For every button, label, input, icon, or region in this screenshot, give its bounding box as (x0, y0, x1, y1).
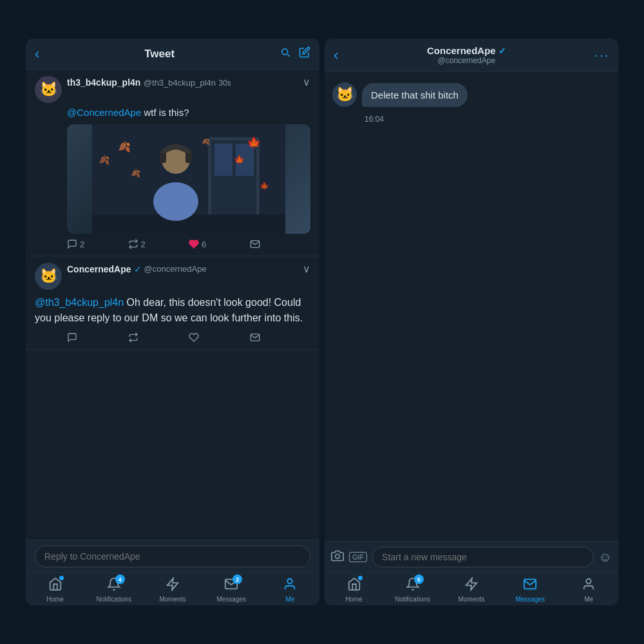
tweet1-actions: 2 2 6 (35, 239, 310, 249)
tweet1-retweet-count: 2 (141, 240, 146, 249)
compose-icon[interactable] (299, 46, 310, 61)
tweet2-actions (35, 332, 310, 343)
nav-home-right[interactable]: Home (325, 577, 383, 603)
tweet2-mention[interactable]: @th3_b4ckup_pl4n (35, 297, 124, 308)
tweet2-username: ConcernedApe (67, 264, 131, 274)
dm-panel: ‹ ConcernedApe ✓ @concernedApe ··· 🐱 Del… (325, 39, 618, 605)
tweet1-dm-action[interactable] (250, 239, 311, 249)
tweet1-handle: @th3_b4ckup_pl4n (144, 78, 216, 88)
tweet2-body: @th3_b4ckup_pl4n Oh dear, this doesn't l… (35, 295, 310, 326)
tweet2-verified-icon: ✓ (134, 264, 142, 274)
nav-messages-right[interactable]: Messages (501, 577, 560, 603)
nav-moments-label-left: Moments (159, 596, 185, 603)
tweet2-dm-action[interactable] (250, 332, 311, 343)
dm-more-options-icon[interactable]: ··· (594, 48, 609, 62)
tweet2-reply-action[interactable] (67, 332, 128, 343)
tweet1-body: @ConcernedApe wtf is this? (35, 106, 310, 119)
tweet1-time: 30s (219, 79, 231, 88)
tweet2-retweet-action[interactable] (128, 332, 189, 343)
dm-messages-area: 🐱 Delete that shit bitch 16:04 (325, 72, 618, 541)
tweet-feed: 🐱 th3_b4ckup_pl4n @th3_b4ckup_pl4n 30s ∨ (26, 70, 319, 540)
svg-point-18 (288, 579, 292, 583)
nav-notifications-label-right: Notifications (395, 596, 430, 603)
reply-input-bar (26, 540, 319, 573)
messages-icon-right (523, 577, 537, 594)
bolt-icon-left (166, 577, 180, 594)
tweet1-username: th3_b4ckup_pl4n (67, 77, 140, 88)
svg-text:🍂: 🍂 (131, 168, 140, 178)
dm-timestamp: 16:04 (332, 115, 611, 124)
svg-point-19 (336, 554, 340, 558)
svg-marker-17 (167, 578, 178, 590)
home-icon-left (48, 577, 62, 594)
tweet-header-title: Tweet (39, 48, 279, 61)
dm-sender-avatar: 🐱 (332, 82, 357, 107)
left-bottom-nav: Home 4 Notifications Moments 2 (26, 573, 319, 605)
concerned-ape-avatar: 🐱 (35, 263, 62, 290)
header-right-icons (279, 46, 310, 61)
search-icon[interactable] (279, 46, 291, 61)
nav-messages-left[interactable]: 2 Messages (202, 577, 261, 603)
tweet1-like-count: 6 (202, 240, 206, 249)
nav-notifications-label-left: Notifications (97, 596, 131, 603)
nav-home-label-right: Home (345, 596, 363, 603)
nav-moments-label-right: Moments (458, 596, 484, 603)
nav-moments-right[interactable]: Moments (442, 577, 500, 603)
nav-me-right[interactable]: Me (560, 577, 618, 603)
tweet2-like-action[interactable] (189, 332, 250, 343)
nav-messages-label-left: Messages (216, 596, 246, 603)
tweet2-expand-icon[interactable]: ∨ (303, 263, 310, 275)
tweet-item-2: 🐱 ConcernedApe ✓ @concernedApe ∨ (26, 256, 319, 350)
nav-notifications-left[interactable]: 4 Notifications (84, 577, 143, 603)
svg-rect-8 (185, 153, 192, 163)
dm-message-input[interactable] (372, 547, 593, 567)
nav-home-left[interactable]: Home (26, 577, 84, 603)
bell-icon-left: 4 (107, 577, 121, 594)
dm-header: ‹ ConcernedApe ✓ @concernedApe ··· (325, 39, 618, 72)
nav-me-label-left: Me (285, 596, 294, 603)
dm-verified-icon: ✓ (498, 46, 506, 56)
notifications-badge-left: 4 (115, 574, 125, 584)
home-dot-left (59, 576, 64, 580)
dm-message-text: Delete that shit bitch (371, 90, 459, 100)
tweet1-reply-action[interactable]: 2 (67, 239, 128, 249)
reply-input[interactable] (35, 545, 310, 567)
svg-point-21 (587, 579, 591, 583)
dm-input-bar: GIF ☺ (325, 541, 618, 573)
tweet1-mention[interactable]: @ConcernedApe (67, 107, 141, 118)
dm-recipient-name: ConcernedApe ✓ (338, 45, 594, 56)
messages-icon-left: 2 (224, 577, 238, 594)
svg-text:🍂: 🍂 (99, 155, 110, 166)
tweet-panel: ‹ Tweet 🐱 th3_b4c (26, 39, 319, 605)
nav-me-label-right: Me (584, 596, 593, 603)
nav-moments-left[interactable]: Moments (143, 577, 202, 603)
svg-text:🍁: 🍁 (247, 136, 261, 150)
gif-button[interactable]: GIF (349, 552, 367, 562)
right-bottom-nav: Home 5 Notifications Moments Messages (325, 573, 618, 605)
home-icon-right (347, 577, 361, 594)
tweet2-handle: @concernedApe (144, 264, 207, 274)
bolt-icon-right (464, 577, 478, 594)
tweet1-retweet-action[interactable]: 2 (128, 239, 189, 249)
svg-text:🍁: 🍁 (234, 155, 245, 166)
tweet1-like-action[interactable]: 6 (189, 239, 250, 249)
home-dot-right (358, 576, 363, 580)
svg-rect-7 (160, 153, 166, 163)
nav-notifications-right[interactable]: 5 Notifications (383, 577, 442, 603)
nav-messages-label-right: Messages (515, 596, 545, 603)
dm-back-icon[interactable]: ‹ (334, 47, 338, 64)
emoji-icon[interactable]: ☺ (599, 550, 612, 565)
tweet1-expand-icon[interactable]: ∨ (303, 76, 310, 88)
bell-icon-right: 5 (406, 577, 420, 594)
hacker-avatar: 🐱 (35, 76, 62, 103)
tweet-header: ‹ Tweet (26, 39, 319, 70)
tweet1-text: wtf is this? (144, 107, 189, 118)
me-icon-left (283, 577, 297, 594)
nav-me-left[interactable]: Me (261, 577, 319, 603)
back-icon[interactable]: ‹ (35, 46, 39, 62)
dm-header-center: ConcernedApe ✓ @concernedApe (338, 45, 594, 65)
tweet-image-placeholder: 🍂 🍁 🍂 🍁 🍂 🍁 🍂 (67, 124, 310, 234)
camera-icon[interactable] (331, 549, 344, 565)
dm-bubble-1: Delete that shit bitch (362, 83, 468, 107)
svg-text:🍁: 🍁 (260, 181, 269, 191)
